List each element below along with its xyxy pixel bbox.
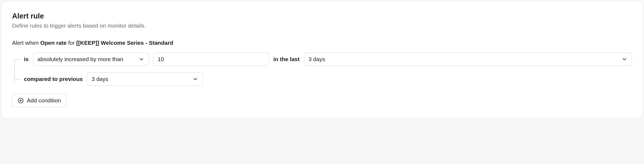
tree-branch-1 [14,59,21,60]
compared-time-select[interactable]: 3 days [87,72,203,86]
add-condition-button[interactable]: Add condition [12,94,67,107]
alert-rule-card: Alert rule Define rules to trigger alert… [1,1,643,118]
section-title: Alert rule [12,12,632,20]
plus-circle-icon [18,98,24,103]
tree-branch-2 [14,79,21,80]
tree-vertical-line [14,59,15,82]
sentence-target: [[KEEP]] Welcome Series - Standard [76,40,173,46]
sentence-for: for [67,40,76,46]
conditions-block: is absolutely increased by more than in … [12,53,632,86]
sentence-metric: Open rate [40,40,67,46]
comparison-select-value: absolutely increased by more than [38,56,123,62]
chevron-down-icon [192,76,198,82]
section-subtitle: Define rules to trigger alerts based on … [12,23,632,29]
chevron-down-icon [621,56,627,62]
sentence-prefix: Alert when [12,40,40,46]
chevron-down-icon [138,56,144,62]
time-window-select[interactable]: 3 days [304,53,632,66]
time-window-select-value: 3 days [309,56,325,62]
is-label: is [24,56,29,62]
add-condition-label: Add condition [27,97,61,104]
in-the-last-label: in the last [273,56,300,62]
rule-sentence: Alert when Open rate for [[KEEP]] Welcom… [12,40,632,46]
condition-row-2: compared to previous 3 days [24,72,632,86]
compared-time-select-value: 3 days [92,76,108,82]
compared-to-label: compared to previous [24,76,83,82]
value-input[interactable] [153,53,269,66]
comparison-select[interactable]: absolutely increased by more than [33,53,149,66]
condition-row-1: is absolutely increased by more than in … [24,53,632,66]
